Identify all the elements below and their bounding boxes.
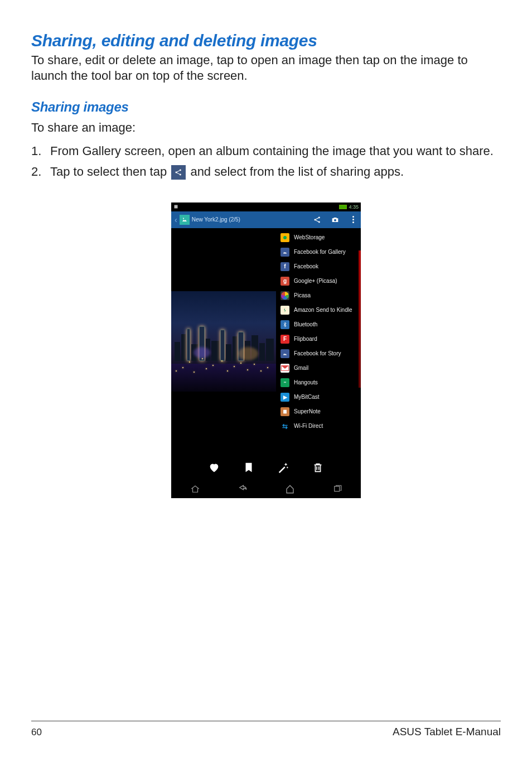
share-item-label: SuperNote	[294, 408, 321, 414]
share-item[interactable]: Hangouts	[276, 375, 361, 390]
lead-text: To share an image:	[31, 120, 501, 135]
device-screenshot: 4:35 ‹ New York2.jpg (2/5)	[171, 202, 361, 498]
share-item-icon: g	[280, 277, 289, 286]
share-item-icon: ▶	[280, 393, 289, 402]
trash-icon[interactable]	[312, 461, 324, 474]
share-item-icon	[280, 320, 289, 329]
svg-rect-8	[283, 409, 287, 413]
share-item-label: Amazon Send to Kindle	[294, 307, 352, 313]
intro-paragraph: To share, edit or delete an image, tap t…	[31, 52, 501, 84]
share-item-label: WebStorage	[294, 234, 325, 240]
image-preview[interactable]	[171, 228, 276, 455]
footer-title: ASUS Tablet E-Manual	[393, 726, 501, 738]
footer-rule	[31, 721, 501, 721]
share-item[interactable]: ⇆Wi-Fi Direct	[276, 419, 361, 433]
status-time: 4:35	[349, 204, 359, 210]
share-item[interactable]: Gmail	[276, 361, 361, 375]
magic-wand-icon[interactable]	[277, 461, 289, 474]
share-item-icon	[280, 306, 289, 315]
share-item[interactable]: Amazon Send to Kindle	[276, 303, 361, 317]
status-bar: 4:35	[171, 202, 361, 211]
bookmark-icon[interactable]	[243, 461, 255, 474]
page-number: 60	[31, 727, 42, 738]
share-item-label: Flipboard	[294, 336, 317, 342]
battery-icon	[339, 205, 347, 209]
share-item-icon	[280, 364, 289, 373]
step-1-text: From Gallery screen, open an album conta…	[50, 143, 494, 159]
gallery-badge-icon	[180, 215, 190, 225]
nav-apps-icon[interactable]	[190, 484, 200, 494]
share-item-icon	[280, 291, 289, 300]
share-item-label: Google+ (Picasa)	[294, 278, 337, 284]
svg-rect-9	[334, 486, 339, 491]
nav-home-icon[interactable]	[285, 484, 295, 494]
overflow-menu-icon[interactable]	[349, 215, 357, 224]
image-toolbar	[171, 455, 361, 480]
share-item[interactable]: ▶MyBitCast	[276, 390, 361, 404]
share-item-label: MyBitCast	[294, 394, 320, 400]
share-item-icon	[280, 233, 289, 242]
share-item-icon: f	[280, 262, 289, 271]
share-item-label: Gmail	[294, 365, 308, 371]
nav-recents-icon[interactable]	[332, 484, 342, 494]
share-item-icon	[280, 378, 289, 387]
nav-back-icon[interactable]	[238, 484, 248, 494]
step-2: Tap to select then tap and select from t…	[31, 163, 501, 180]
share-item[interactable]: Facebook for Story	[276, 346, 361, 361]
back-icon[interactable]: ‹	[175, 215, 177, 224]
share-item[interactable]: SuperNote	[276, 404, 361, 419]
share-item-icon: ⇆	[280, 422, 289, 431]
share-item-label: Facebook for Story	[294, 350, 341, 356]
share-icon-inline	[171, 165, 186, 180]
svg-point-3	[183, 218, 184, 219]
svg-point-7	[334, 219, 336, 221]
share-item-icon: F	[280, 335, 289, 344]
share-item[interactable]: WebStorage	[276, 230, 361, 245]
share-item-label: Facebook	[294, 263, 318, 269]
share-item[interactable]: FFlipboard	[276, 332, 361, 346]
scroll-indicator	[359, 250, 361, 388]
appbar-title: New York2.jpg (2/5)	[192, 216, 240, 223]
share-item-icon	[280, 407, 289, 416]
share-item[interactable]: fFacebook	[276, 259, 361, 274]
share-item-label: Wi-Fi Direct	[294, 423, 323, 429]
step-2-text-a: Tap to select then tap	[50, 165, 167, 179]
steps-list: From Gallery screen, open an album conta…	[31, 143, 501, 180]
step-1: From Gallery screen, open an album conta…	[31, 143, 501, 159]
share-item-label: Hangouts	[294, 379, 318, 385]
share-item-label: Picasa	[294, 292, 311, 298]
camera-icon[interactable]	[331, 215, 340, 224]
share-item[interactable]: Facebook for Gallery	[276, 245, 361, 259]
system-nav-bar	[171, 480, 361, 498]
step-2-text-b: and select from the list of sharing apps…	[190, 165, 404, 179]
share-item-label: Bluetooth	[294, 321, 317, 327]
share-item[interactable]: gGoogle+ (Picasa)	[276, 274, 361, 288]
share-item[interactable]: Bluetooth	[276, 317, 361, 332]
share-apps-list[interactable]: WebStorageFacebook for GalleryfFacebookg…	[276, 228, 361, 451]
share-item-icon	[280, 248, 289, 257]
heading-sharing-images: Sharing images	[31, 99, 501, 115]
share-item[interactable]: Picasa	[276, 288, 361, 303]
app-bar[interactable]: ‹ New York2.jpg (2/5)	[171, 211, 361, 228]
heading-main: Sharing, editing and deleting images	[31, 31, 501, 50]
share-icon[interactable]	[313, 215, 322, 224]
share-item-icon	[280, 349, 289, 358]
favorite-icon[interactable]	[208, 461, 220, 474]
share-item-label: Facebook for Gallery	[294, 249, 346, 255]
